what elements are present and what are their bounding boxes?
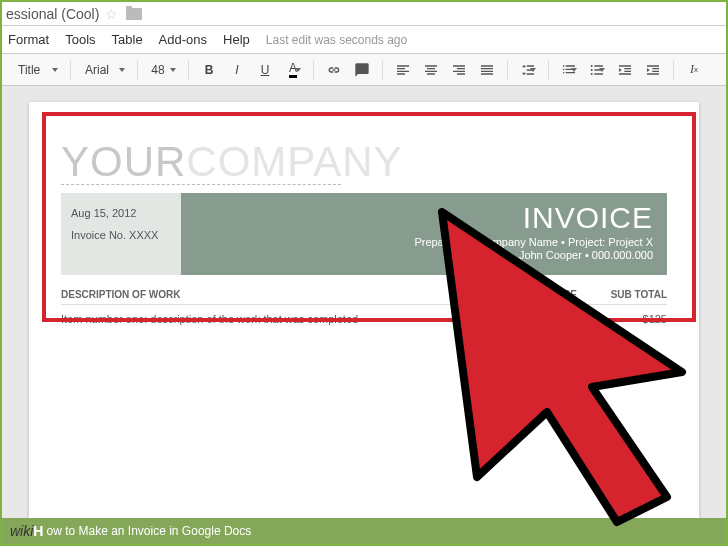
company-part2[interactable]: COMPANY — [186, 138, 402, 185]
col-qty: QTY/HRS — [417, 289, 497, 300]
cell-qty[interactable]: 5 hrs — [417, 313, 497, 325]
document-page[interactable]: YOURCOMPANY Aug 15, 2012 Invoice No. XXX… — [29, 102, 699, 518]
col-price: PRICE — [497, 289, 577, 300]
italic-button[interactable]: I — [225, 59, 249, 81]
toolbar: Title Arial 48 B I U A Ix — [2, 54, 726, 86]
separator — [137, 60, 138, 80]
separator — [70, 60, 71, 80]
text-color-button[interactable]: A — [281, 59, 305, 81]
insert-link-button[interactable] — [322, 59, 346, 81]
align-right-button[interactable] — [447, 59, 471, 81]
numbered-list-button[interactable] — [557, 59, 581, 81]
table-header-row: DESCRIPTION OF WORK QTY/HRS PRICE SUB TO… — [61, 289, 667, 305]
align-center-button[interactable] — [419, 59, 443, 81]
clear-formatting-button[interactable]: Ix — [682, 59, 706, 81]
separator — [188, 60, 189, 80]
col-description: DESCRIPTION OF WORK — [61, 289, 417, 300]
separator — [382, 60, 383, 80]
band-right[interactable]: INVOICE Prepared for Company Name • Proj… — [181, 193, 667, 275]
separator — [673, 60, 674, 80]
cell-description[interactable]: Item number one: description of the work… — [61, 313, 417, 325]
line-spacing-button[interactable] — [516, 59, 540, 81]
col-subtotal: SUB TOTAL — [577, 289, 667, 300]
svg-point-0 — [591, 65, 593, 67]
company-part1[interactable]: YOUR — [61, 138, 186, 185]
canvas-area[interactable]: YOURCOMPANY Aug 15, 2012 Invoice No. XXX… — [2, 88, 726, 518]
footer-text: ow to Make an Invoice in Google Docs — [46, 524, 251, 538]
menu-addons[interactable]: Add-ons — [159, 32, 207, 47]
cell-price[interactable] — [497, 313, 577, 325]
last-edit-text: Last edit was seconds ago — [266, 33, 407, 47]
wikihow-logo: wikiH — [10, 523, 43, 540]
star-icon[interactable]: ☆ — [105, 6, 118, 22]
font-size-dropdown[interactable]: 48 — [146, 59, 180, 81]
separator — [548, 60, 549, 80]
menubar: Format Tools Table Add-ons Help Last edi… — [2, 26, 726, 54]
invoice-number[interactable]: Invoice No. XXXX — [71, 229, 171, 241]
decrease-indent-button[interactable] — [613, 59, 637, 81]
prepared-for[interactable]: Prepared for Company Name • Project: Pro… — [195, 236, 653, 248]
invoice-title[interactable]: INVOICE — [195, 201, 653, 235]
separator — [507, 60, 508, 80]
menu-tools[interactable]: Tools — [65, 32, 95, 47]
align-justify-button[interactable] — [475, 59, 499, 81]
bold-button[interactable]: B — [197, 59, 221, 81]
comment-button[interactable] — [350, 59, 374, 81]
contact-line[interactable]: John Cooper • 000.000.000 — [195, 249, 653, 261]
separator — [313, 60, 314, 80]
svg-point-1 — [591, 69, 593, 71]
bulleted-list-button[interactable] — [585, 59, 609, 81]
folder-icon[interactable] — [126, 8, 142, 20]
band-left[interactable]: Aug 15, 2012 Invoice No. XXXX — [61, 193, 181, 275]
align-left-button[interactable] — [391, 59, 415, 81]
cell-subtotal[interactable]: $125 — [577, 313, 667, 325]
menu-format[interactable]: Format — [8, 32, 49, 47]
font-dropdown[interactable]: Arial — [79, 59, 129, 81]
doc-title[interactable]: essional (Cool) — [6, 6, 99, 22]
company-header[interactable]: YOURCOMPANY — [61, 138, 667, 186]
menu-table[interactable]: Table — [112, 32, 143, 47]
increase-indent-button[interactable] — [641, 59, 665, 81]
svg-point-2 — [591, 73, 593, 75]
underline-button[interactable]: U — [253, 59, 277, 81]
document-titlebar: essional (Cool) ☆ — [2, 2, 726, 26]
menu-help[interactable]: Help — [223, 32, 250, 47]
table-row[interactable]: Item number one: description of the work… — [61, 313, 667, 325]
footer-bar: wikiH ow to Make an Invoice in Google Do… — [2, 518, 726, 544]
paragraph-style-dropdown[interactable]: Title — [12, 59, 62, 81]
invoice-date[interactable]: Aug 15, 2012 — [71, 207, 171, 219]
invoice-band: Aug 15, 2012 Invoice No. XXXX INVOICE Pr… — [61, 193, 667, 275]
